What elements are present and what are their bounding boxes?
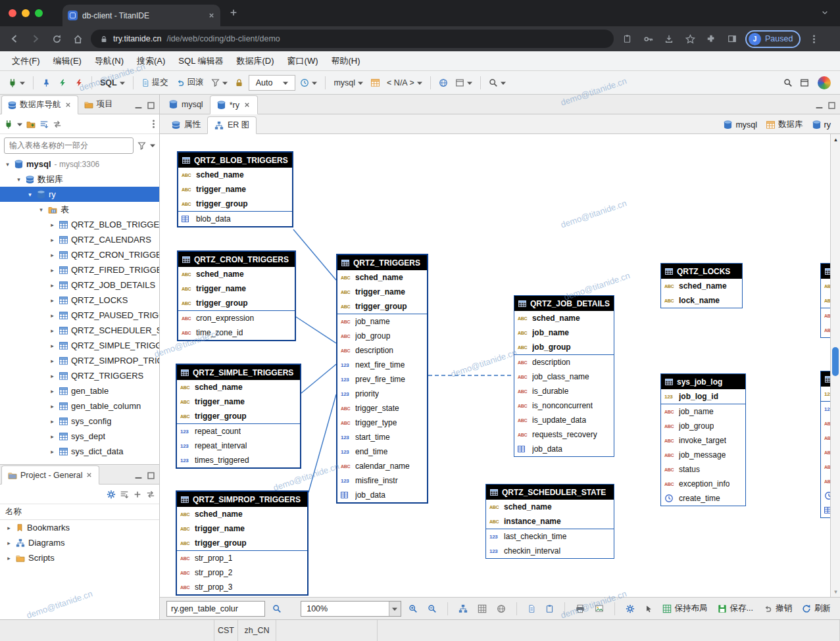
er-entity-header[interactable]: QRTZ_SIMPLE_TRIGGERS: [177, 365, 300, 380]
chevron-collapsed-icon[interactable]: ▸: [49, 282, 56, 289]
er-entity-header[interactable]: QRTZ_BLOB_TRIGGERS: [178, 153, 292, 168]
er-column-clipped[interactable]: ABC: [821, 474, 830, 488]
table-filter-input[interactable]: [4, 137, 134, 154]
er-column-status[interactable]: ABCstatus: [661, 462, 745, 477]
transaction-log-button[interactable]: [297, 74, 320, 91]
er-entity-header[interactable]: QRTZ_CRON_TRIGGERS: [178, 252, 295, 267]
tab-search-chevron-icon[interactable]: [821, 9, 829, 16]
er-column-trigger_group[interactable]: ABCtrigger_group: [178, 197, 292, 211]
er-entity-sys_job_log[interactable]: sys_job_log123job_log_idABCjob_nameABCjo…: [660, 373, 746, 506]
er-column-job_data[interactable]: job_data: [337, 488, 427, 502]
password-key-icon[interactable]: [640, 31, 656, 47]
save-button[interactable]: 保存...: [715, 600, 756, 617]
zoom-combo[interactable]: 100%: [301, 601, 401, 617]
chevron-collapsed-icon[interactable]: ▸: [49, 433, 56, 440]
editor-tab-ry[interactable]: *ry: [210, 95, 258, 114]
caret-down-icon[interactable]: [17, 122, 22, 127]
er-column-job_name[interactable]: ABCjob_name: [514, 325, 614, 340]
er-column-description[interactable]: ABCdescription: [337, 343, 427, 358]
project-item-Scripts[interactable]: ▸Scripts: [0, 550, 159, 565]
breadcrumb-mysql[interactable]: mysql: [724, 120, 757, 130]
search-button[interactable]: [486, 74, 508, 91]
er-column-create_time[interactable]: create_time: [661, 491, 745, 506]
er-column-job_class_name[interactable]: ABCjob_class_name: [514, 369, 614, 384]
tree-item-QRTZ_FIRED_TRIGGERS[interactable]: ▸QRTZ_FIRED_TRIGGERS: [0, 262, 159, 277]
tree-item-gen_table_column[interactable]: ▸gen_table_column: [0, 398, 159, 414]
er-column-job_group[interactable]: ABCjob_group: [661, 419, 745, 433]
macos-minimize-button[interactable]: [22, 9, 30, 17]
zoom-out-button[interactable]: [425, 600, 439, 617]
chevron-collapsed-icon[interactable]: ▸: [49, 358, 56, 364]
menu-item[interactable]: 窗口(W): [281, 53, 325, 70]
er-column-trigger_group[interactable]: ABCtrigger_group: [178, 296, 295, 310]
tree-item-gen_table[interactable]: ▸gen_table: [0, 383, 159, 398]
tree-item-QRTZ_LOCKS[interactable]: ▸QRTZ_LOCKS: [0, 293, 159, 308]
undo-button[interactable]: 撤销: [760, 600, 795, 617]
er-column-str_prop_3[interactable]: ABCstr_prop_3: [177, 580, 307, 594]
tree-item-QRTZ_BLOB_TRIGGERS[interactable]: ▸QRTZ_BLOB_TRIGGERS: [0, 217, 159, 232]
er-column-sched_name[interactable]: ABCsched_name: [661, 279, 742, 293]
er-column-clipped[interactable]: 123: [821, 402, 830, 416]
scrollbar-handle[interactable]: [832, 347, 839, 376]
tree-item-QRTZ_PAUSED_TRIGGER_GROUPS[interactable]: ▸QRTZ_PAUSED_TRIGGER_GROUPS: [0, 308, 159, 323]
chevron-collapsed-icon[interactable]: ▸: [49, 343, 56, 349]
tab-properties[interactable]: 属性: [165, 116, 207, 133]
chevron-collapsed-icon[interactable]: ▸: [49, 403, 56, 410]
home-button[interactable]: [70, 31, 86, 47]
er-column-prev_fire_time[interactable]: 123prev_fire_time: [337, 372, 427, 387]
minimize-panel-icon[interactable]: [134, 101, 143, 110]
chevron-collapsed-icon[interactable]: ▸: [49, 267, 56, 273]
er-column-requests_recovery[interactable]: ABCrequests_recovery: [514, 427, 614, 442]
collapse-all-icon[interactable]: [39, 120, 49, 129]
er-column-clipped[interactable]: 123: [821, 387, 830, 401]
er-column-trigger_group[interactable]: ABCtrigger_group: [337, 299, 427, 314]
close-icon[interactable]: [243, 101, 251, 108]
entity-full-button[interactable]: [494, 600, 508, 617]
chevron-collapsed-icon[interactable]: ▸: [5, 540, 12, 546]
attributes-button[interactable]: [543, 600, 556, 617]
connection-selector[interactable]: mysql: [331, 74, 366, 91]
er-column-trigger_type[interactable]: ABCtrigger_type: [337, 415, 427, 430]
chevron-collapsed-icon[interactable]: ▸: [49, 237, 56, 243]
menu-item[interactable]: 编辑(E): [47, 53, 88, 70]
menu-item[interactable]: 数据库(D): [230, 53, 281, 70]
chevron-collapsed-icon[interactable]: ▸: [49, 388, 56, 394]
rollback-button[interactable]: 回滚: [173, 74, 207, 91]
er-column-sched_name[interactable]: ABCsched_name: [178, 168, 292, 182]
er-entity-QRTZ_SCHEDULER_STATE[interactable]: QRTZ_SCHEDULER_STATEABCsched_nameABCinst…: [485, 484, 614, 559]
er-column-clipped[interactable]: ABC: [821, 445, 830, 460]
maximize-editor-icon[interactable]: [828, 101, 836, 110]
browser-tab[interactable]: db-client - TitanIDE: [62, 5, 220, 26]
er-entity-header[interactable]: QRTZ_JOB_DETAILS: [514, 296, 614, 311]
er-column-clipped[interactable]: [821, 488, 830, 503]
er-column-next_fire_time[interactable]: 123next_fire_time: [337, 358, 427, 372]
chevron-collapsed-icon[interactable]: ▸: [49, 448, 56, 455]
database-button[interactable]: [368, 74, 382, 91]
er-column-job_name[interactable]: ABCjob_name: [661, 404, 745, 419]
lock-button[interactable]: [232, 74, 247, 91]
chevron-collapsed-icon[interactable]: ▸: [49, 252, 56, 258]
filter-icon[interactable]: [137, 141, 146, 150]
er-column-start_time[interactable]: 123start_time: [337, 430, 427, 444]
er-column-trigger_name[interactable]: ABCtrigger_name: [178, 281, 295, 296]
editor-tab-mysql[interactable]: mysql: [162, 95, 210, 114]
er-column-str_prop_2[interactable]: ABCstr_prop_2: [177, 565, 307, 580]
clipboard-icon[interactable]: [619, 31, 635, 47]
tab-project-general[interactable]: Project - General: [1, 465, 99, 485]
tab-project[interactable]: 项目: [78, 95, 119, 114]
breadcrumb-数据库[interactable]: 数据库: [766, 119, 803, 130]
er-column-trigger_name[interactable]: ABCtrigger_name: [337, 285, 427, 299]
menu-item[interactable]: 搜索(A): [130, 53, 172, 70]
er-column-clipped[interactable]: ABC: [821, 431, 830, 445]
er-entity-QRTZ_JOB_DETAILS[interactable]: QRTZ_JOB_DETAILSABCsched_nameABCjob_name…: [514, 295, 614, 457]
er-column-blob_data[interactable]: blob_data: [178, 212, 292, 226]
chevron-collapsed-icon[interactable]: ▸: [49, 373, 56, 379]
tree-item-QRTZ_TRIGGERS[interactable]: ▸QRTZ_TRIGGERS: [0, 368, 159, 383]
sql-editor-button[interactable]: SQL: [97, 74, 128, 91]
er-column-clipped[interactable]: [821, 503, 830, 517]
tree-item-QRTZ_SIMPROP_TRIGGERS[interactable]: ▸QRTZ_SIMPROP_TRIGGERS: [0, 353, 159, 368]
scroll-up-icon[interactable]: ▴: [831, 136, 840, 143]
er-column-cron_expression[interactable]: ABCcron_expression: [178, 311, 295, 325]
global-search-button[interactable]: [781, 74, 795, 91]
er-column-sched_name[interactable]: ABCsched_name: [337, 270, 427, 285]
